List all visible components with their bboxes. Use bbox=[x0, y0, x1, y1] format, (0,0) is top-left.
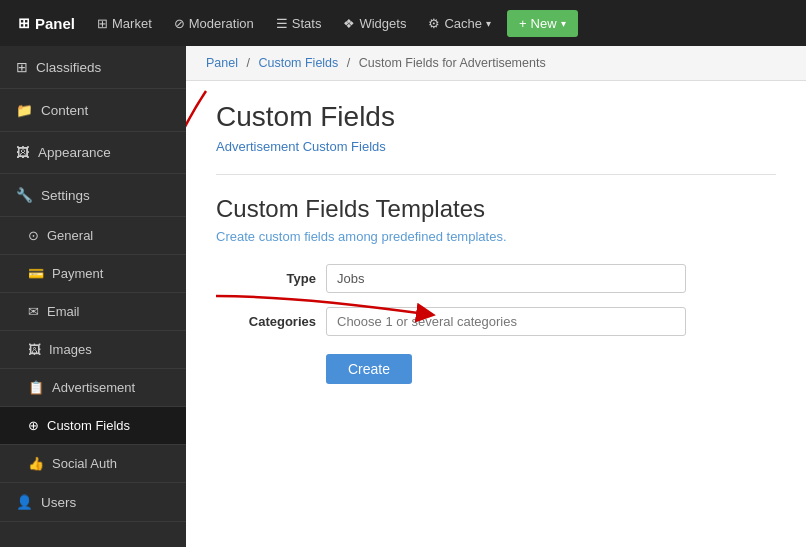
settings-icon: 🔧 bbox=[16, 187, 33, 203]
moderation-nav-item[interactable]: ⊘ Moderation bbox=[164, 10, 264, 37]
grid-icon: ⊞ bbox=[18, 15, 30, 31]
brand-logo[interactable]: ⊞ Panel bbox=[8, 9, 85, 38]
market-nav-item[interactable]: ⊞ Market bbox=[87, 10, 162, 37]
top-navigation: ⊞ Panel ⊞ Market ⊘ Moderation ☰ Stats ❖ … bbox=[0, 0, 806, 46]
sidebar-item-users[interactable]: 👤 Users bbox=[0, 483, 186, 522]
custom-fields-icon: ⊕ bbox=[28, 418, 39, 433]
general-icon: ⊙ bbox=[28, 228, 39, 243]
new-nav-item[interactable]: + New ▾ bbox=[507, 10, 578, 37]
moderation-icon: ⊘ bbox=[174, 16, 185, 31]
advertisement-icon: 📋 bbox=[28, 380, 44, 395]
categories-input[interactable] bbox=[326, 307, 686, 336]
breadcrumb-sep-1: / bbox=[246, 56, 249, 70]
sidebar-item-settings[interactable]: 🔧 Settings bbox=[0, 174, 186, 217]
type-label: Type bbox=[216, 271, 316, 286]
new-plus-icon: + bbox=[519, 16, 527, 31]
users-icon: 👤 bbox=[16, 494, 33, 510]
images-icon: 🖼 bbox=[28, 342, 41, 357]
page-subtitle-link[interactable]: Advertisement Custom Fields bbox=[216, 139, 386, 154]
brand-label: Panel bbox=[35, 15, 75, 32]
section-divider bbox=[216, 174, 776, 175]
widgets-icon: ❖ bbox=[343, 16, 355, 31]
sidebar-item-advertisement[interactable]: 📋 Advertisement bbox=[0, 369, 186, 407]
cache-dropdown-icon: ▾ bbox=[486, 18, 491, 29]
categories-label: Categories bbox=[216, 314, 316, 329]
create-button-row: Create bbox=[326, 354, 776, 384]
sidebar: ⊞ Classifieds 📁 Content 🖼 Appearance 🔧 S… bbox=[0, 46, 186, 547]
create-button[interactable]: Create bbox=[326, 354, 412, 384]
cache-nav-item[interactable]: ⚙ Cache ▾ bbox=[418, 10, 501, 37]
sidebar-item-classifieds[interactable]: ⊞ Classifieds bbox=[0, 46, 186, 89]
main-content: Panel / Custom Fields / Custom Fields fo… bbox=[186, 46, 806, 547]
stats-nav-item[interactable]: ☰ Stats bbox=[266, 10, 332, 37]
sidebar-item-social-auth[interactable]: 👍 Social Auth bbox=[0, 445, 186, 483]
sidebar-item-payment[interactable]: 💳 Payment bbox=[0, 255, 186, 293]
widgets-nav-item[interactable]: ❖ Widgets bbox=[333, 10, 416, 37]
categories-form-row: Categories bbox=[216, 307, 776, 336]
classifieds-icon: ⊞ bbox=[16, 59, 28, 75]
breadcrumb: Panel / Custom Fields / Custom Fields fo… bbox=[186, 46, 806, 81]
type-select[interactable]: Jobs Real Estate Vehicles Services bbox=[326, 264, 686, 293]
breadcrumb-current: Custom Fields for Advertisements bbox=[359, 56, 546, 70]
sidebar-item-appearance[interactable]: 🖼 Appearance bbox=[0, 132, 186, 174]
sidebar-item-content[interactable]: 📁 Content bbox=[0, 89, 186, 132]
stats-icon: ☰ bbox=[276, 16, 288, 31]
page-body: Custom Fields Advertisement Custom Field… bbox=[186, 81, 806, 404]
content-icon: 📁 bbox=[16, 102, 33, 118]
breadcrumb-panel[interactable]: Panel bbox=[206, 56, 238, 70]
cache-icon: ⚙ bbox=[428, 16, 440, 31]
email-icon: ✉ bbox=[28, 304, 39, 319]
type-form-row: Type Jobs Real Estate Vehicles Services bbox=[216, 264, 776, 293]
section-description: Create custom fields among predefined te… bbox=[216, 229, 776, 244]
section-title: Custom Fields Templates bbox=[216, 195, 776, 223]
breadcrumb-custom-fields[interactable]: Custom Fields bbox=[258, 56, 338, 70]
market-icon: ⊞ bbox=[97, 16, 108, 31]
breadcrumb-sep-2: / bbox=[347, 56, 350, 70]
sidebar-item-general[interactable]: ⊙ General bbox=[0, 217, 186, 255]
payment-icon: 💳 bbox=[28, 266, 44, 281]
sidebar-item-custom-fields[interactable]: ⊕ Custom Fields bbox=[0, 407, 186, 445]
appearance-icon: 🖼 bbox=[16, 145, 30, 160]
sidebar-item-images[interactable]: 🖼 Images bbox=[0, 331, 186, 369]
page-title: Custom Fields bbox=[216, 101, 776, 133]
new-dropdown-icon: ▾ bbox=[561, 18, 566, 29]
social-auth-icon: 👍 bbox=[28, 456, 44, 471]
sidebar-item-email[interactable]: ✉ Email bbox=[0, 293, 186, 331]
